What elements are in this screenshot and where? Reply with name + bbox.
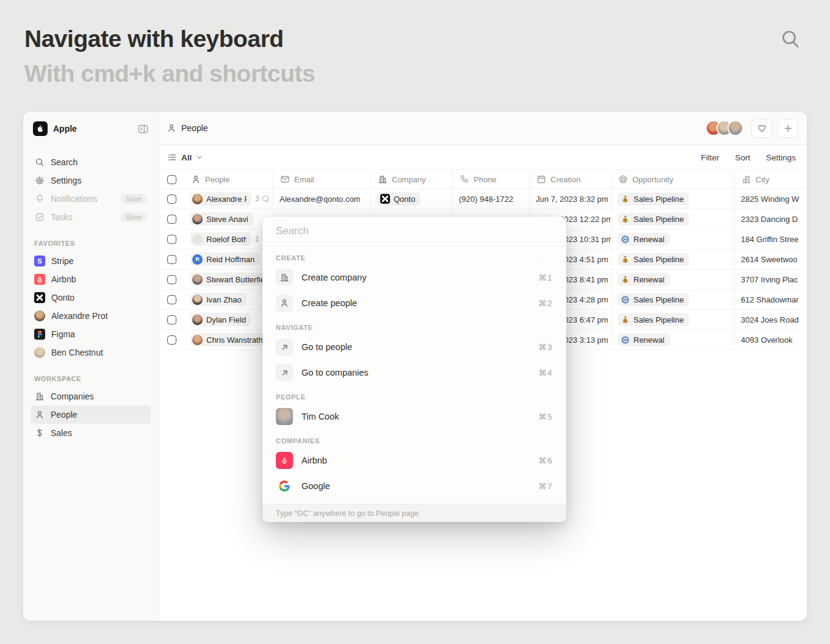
filter-button[interactable]: Filter [701, 153, 719, 162]
opportunity-tag[interactable]: Renewal [618, 334, 670, 346]
row-checkbox[interactable] [167, 315, 176, 324]
person-pill[interactable]: Roelof Botha [190, 232, 251, 246]
row-checkbox[interactable] [167, 335, 176, 345]
person-cell[interactable]: RReid Hoffman [184, 249, 273, 269]
opportunity-tag[interactable]: $Sales Pipeline [618, 253, 689, 266]
person-pill[interactable]: Stewart Butterfield [190, 273, 270, 286]
person-pill[interactable]: RReid Hoffman [190, 252, 259, 266]
table-row-alexandre-prot[interactable]: Alexandre Prot3Alexandre@qonto.comQonto(… [159, 189, 807, 209]
sidebar-item-settings[interactable]: Settings [31, 171, 151, 190]
phone-cell[interactable]: (920) 948-1722 [453, 189, 530, 209]
palette-search[interactable] [262, 216, 566, 246]
person-cell[interactable]: Roelof Botha1 [184, 229, 273, 249]
favorite-item-label: Airbnb [51, 274, 147, 284]
opportunity-cell[interactable]: $Sales Pipeline [612, 310, 735, 329]
person-cell[interactable]: Steve Anavi [184, 209, 273, 229]
palette-item-airbnb[interactable]: Airbnb⌘6 [262, 448, 566, 473]
palette-section-title-companies: COMPANIES [262, 429, 566, 448]
palette-item-tim-cook[interactable]: Tim Cook⌘5 [262, 404, 566, 429]
favorite-item-figma[interactable]: Figma [31, 325, 151, 343]
row-checkbox[interactable] [167, 215, 176, 224]
workspace-item-companies[interactable]: Companies [31, 387, 151, 406]
avatar [727, 120, 743, 136]
opportunity-tag[interactable]: $Sales Pipeline [618, 193, 689, 206]
workspace-switcher[interactable]: Apple [31, 120, 151, 137]
breadcrumb[interactable]: People [166, 123, 208, 134]
column-header-city[interactable]: City [735, 170, 807, 188]
city-cell[interactable]: 4093 Overlook [735, 330, 807, 349]
opportunity-tag[interactable]: $Sales Pipeline [618, 313, 689, 326]
row-checkbox[interactable] [167, 295, 176, 304]
column-header-opportunity[interactable]: Opportunity [612, 170, 735, 188]
city-cell[interactable]: 184 Griffin Stree [735, 229, 807, 249]
column-header-email[interactable]: Email [273, 170, 371, 188]
column-header-phone[interactable]: Phone [453, 170, 530, 188]
favorite-item-airbnb[interactable]: Airbnb [31, 270, 151, 288]
opportunity-cell[interactable]: Renewal [612, 229, 735, 249]
person-pill[interactable]: Chris Wanstrath [190, 333, 268, 346]
column-header-people[interactable]: People [184, 170, 273, 188]
person-pill[interactable]: Steve Anavi [190, 212, 253, 226]
row-checkbox-cell [159, 310, 184, 329]
palette-item-google[interactable]: Google⌘7 [262, 473, 566, 499]
palette-search-input[interactable] [276, 225, 553, 237]
city-cell[interactable]: 3707 Irving Plac [735, 270, 807, 289]
sidebar-collapse-icon[interactable] [137, 123, 148, 134]
opportunity-tag[interactable]: $Sales Pipeline [618, 213, 689, 226]
sort-button[interactable]: Sort [735, 153, 750, 162]
palette-item-go-to-companies[interactable]: Go to companies⌘4 [262, 360, 566, 385]
favorite-button[interactable] [751, 119, 772, 138]
opportunity-cell[interactable]: $Sales Pipeline [612, 249, 735, 269]
row-checkbox-cell [159, 229, 184, 249]
column-header-creation[interactable]: Creation [530, 170, 612, 188]
person-cell[interactable]: Dylan Field [184, 310, 273, 329]
palette-item-go-to-people[interactable]: Go to people⌘3 [262, 334, 566, 360]
opportunity-cell[interactable]: $Renewal [612, 270, 735, 289]
workspace-item-people[interactable]: People [31, 406, 151, 424]
opportunity-tag[interactable]: Sales Pipeline [618, 293, 689, 306]
row-checkbox[interactable] [167, 235, 176, 244]
city-cell[interactable]: 612 Shadowmar [735, 290, 807, 309]
favorite-item-qonto[interactable]: Qonto [31, 288, 151, 307]
company-tag[interactable]: Qonto [377, 192, 420, 206]
person-cell[interactable]: Chris Wanstrath [184, 330, 273, 349]
person-cell[interactable]: Ivan Zhao [184, 290, 273, 309]
select-all-checkbox[interactable] [167, 175, 176, 184]
person-pill[interactable]: Ivan Zhao [190, 293, 247, 306]
opportunity-cell[interactable]: $Sales Pipeline [612, 209, 735, 229]
sidebar-item-search[interactable]: Search [31, 153, 151, 171]
city-cell[interactable]: 3024 Joes Road [735, 310, 807, 329]
table-settings-button[interactable]: Settings [766, 153, 796, 162]
row-checkbox[interactable] [167, 195, 176, 204]
column-header-company[interactable]: Company [371, 170, 453, 188]
row-checkbox[interactable] [167, 255, 176, 264]
city-cell[interactable]: 2825 Winding W [735, 189, 807, 209]
city-cell[interactable]: 2323 Dancing D [735, 209, 807, 229]
email-cell[interactable]: Alexandre@qonto.com [273, 189, 371, 209]
company-cell[interactable]: Qonto [371, 189, 453, 209]
opportunity-cell[interactable]: $Sales Pipeline [612, 189, 735, 209]
palette-item-create-people[interactable]: Create people⌘2 [262, 290, 566, 316]
person-cell[interactable]: Stewart Butterfield [184, 270, 273, 289]
google-icon [276, 478, 293, 495]
renewal-icon [621, 235, 630, 244]
person-cell[interactable]: Alexandre Prot3 [184, 189, 273, 209]
favorite-item-stripe[interactable]: SStripe [31, 252, 151, 270]
row-checkbox[interactable] [167, 275, 176, 284]
palette-item-create-company[interactable]: Create company⌘1 [262, 265, 566, 290]
add-button[interactable] [778, 119, 798, 138]
opportunity-tag[interactable]: $Renewal [618, 273, 670, 286]
favorite-item-alexandre-prot[interactable]: Alexandre Prot [31, 307, 151, 325]
view-switcher[interactable]: All [167, 152, 203, 162]
workspace-item-sales[interactable]: Sales [31, 424, 151, 442]
opportunity-cell[interactable]: Renewal [612, 330, 735, 349]
city-cell[interactable]: 2614 Sweetwoo [735, 249, 807, 269]
person-pill[interactable]: Alexandre Prot [190, 192, 251, 206]
creation-cell[interactable]: Jun 7, 2023 8:32 pm [530, 189, 612, 209]
person-pill[interactable]: Dylan Field [190, 313, 251, 326]
search-icon[interactable] [779, 28, 801, 50]
opportunity-tag[interactable]: Renewal [618, 233, 670, 246]
row-checkbox-cell [159, 290, 184, 309]
opportunity-cell[interactable]: Sales Pipeline [612, 290, 735, 309]
favorite-item-ben-chestnut[interactable]: Ben Chestnut [31, 343, 151, 362]
